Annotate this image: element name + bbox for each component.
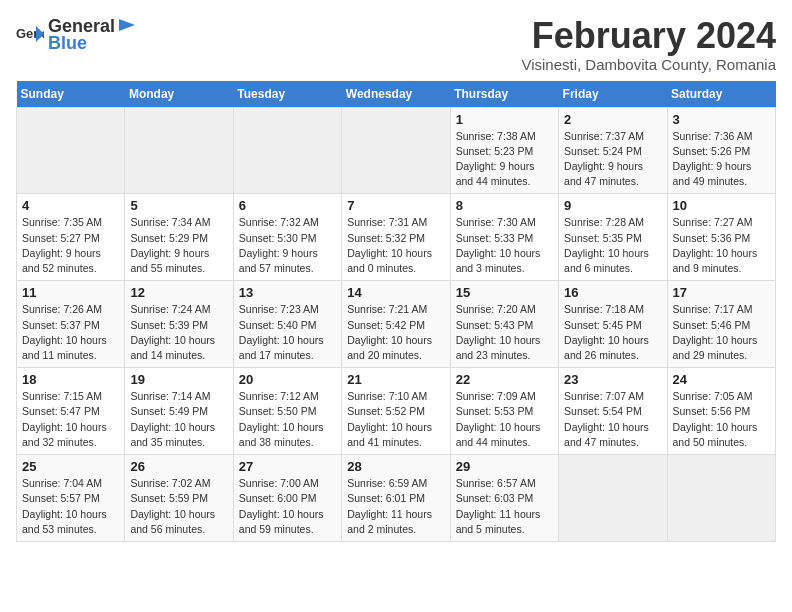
calendar-header-row: SundayMondayTuesdayWednesdayThursdayFrid…: [17, 81, 776, 108]
day-number: 28: [347, 459, 444, 474]
calendar-cell: 2Sunrise: 7:37 AM Sunset: 5:24 PM Daylig…: [559, 107, 667, 194]
calendar-cell: 15Sunrise: 7:20 AM Sunset: 5:43 PM Dayli…: [450, 281, 558, 368]
day-of-week-wednesday: Wednesday: [342, 81, 450, 108]
calendar-cell: 10Sunrise: 7:27 AM Sunset: 5:36 PM Dayli…: [667, 194, 775, 281]
location-title: Visinesti, Dambovita County, Romania: [521, 56, 776, 73]
day-info: Sunrise: 7:28 AM Sunset: 5:35 PM Dayligh…: [564, 215, 661, 276]
day-info: Sunrise: 7:15 AM Sunset: 5:47 PM Dayligh…: [22, 389, 119, 450]
day-number: 23: [564, 372, 661, 387]
day-info: Sunrise: 7:10 AM Sunset: 5:52 PM Dayligh…: [347, 389, 444, 450]
calendar-cell: 19Sunrise: 7:14 AM Sunset: 5:49 PM Dayli…: [125, 368, 233, 455]
calendar-cell: 17Sunrise: 7:17 AM Sunset: 5:46 PM Dayli…: [667, 281, 775, 368]
day-info: Sunrise: 7:02 AM Sunset: 5:59 PM Dayligh…: [130, 476, 227, 537]
day-info: Sunrise: 7:32 AM Sunset: 5:30 PM Dayligh…: [239, 215, 336, 276]
calendar-cell: [667, 455, 775, 542]
calendar-week-row: 11Sunrise: 7:26 AM Sunset: 5:37 PM Dayli…: [17, 281, 776, 368]
day-info: Sunrise: 7:21 AM Sunset: 5:42 PM Dayligh…: [347, 302, 444, 363]
header: General General Blue February 2024 Visin…: [16, 16, 776, 73]
day-number: 5: [130, 198, 227, 213]
day-number: 2: [564, 112, 661, 127]
day-number: 15: [456, 285, 553, 300]
calendar-week-row: 4Sunrise: 7:35 AM Sunset: 5:27 PM Daylig…: [17, 194, 776, 281]
day-info: Sunrise: 7:20 AM Sunset: 5:43 PM Dayligh…: [456, 302, 553, 363]
day-of-week-thursday: Thursday: [450, 81, 558, 108]
day-number: 27: [239, 459, 336, 474]
day-info: Sunrise: 7:34 AM Sunset: 5:29 PM Dayligh…: [130, 215, 227, 276]
calendar-cell: 3Sunrise: 7:36 AM Sunset: 5:26 PM Daylig…: [667, 107, 775, 194]
calendar-cell: 23Sunrise: 7:07 AM Sunset: 5:54 PM Dayli…: [559, 368, 667, 455]
svg-marker-2: [119, 19, 135, 31]
day-info: Sunrise: 7:31 AM Sunset: 5:32 PM Dayligh…: [347, 215, 444, 276]
day-info: Sunrise: 7:18 AM Sunset: 5:45 PM Dayligh…: [564, 302, 661, 363]
day-info: Sunrise: 7:07 AM Sunset: 5:54 PM Dayligh…: [564, 389, 661, 450]
day-of-week-monday: Monday: [125, 81, 233, 108]
calendar-cell: 4Sunrise: 7:35 AM Sunset: 5:27 PM Daylig…: [17, 194, 125, 281]
calendar-cell: 11Sunrise: 7:26 AM Sunset: 5:37 PM Dayli…: [17, 281, 125, 368]
day-number: 1: [456, 112, 553, 127]
calendar-cell: [125, 107, 233, 194]
day-info: Sunrise: 7:09 AM Sunset: 5:53 PM Dayligh…: [456, 389, 553, 450]
day-of-week-sunday: Sunday: [17, 81, 125, 108]
calendar-week-row: 1Sunrise: 7:38 AM Sunset: 5:23 PM Daylig…: [17, 107, 776, 194]
calendar-cell: 12Sunrise: 7:24 AM Sunset: 5:39 PM Dayli…: [125, 281, 233, 368]
day-number: 18: [22, 372, 119, 387]
day-number: 16: [564, 285, 661, 300]
day-number: 7: [347, 198, 444, 213]
calendar-cell: 9Sunrise: 7:28 AM Sunset: 5:35 PM Daylig…: [559, 194, 667, 281]
day-number: 4: [22, 198, 119, 213]
day-number: 11: [22, 285, 119, 300]
day-number: 10: [673, 198, 770, 213]
day-number: 6: [239, 198, 336, 213]
day-number: 20: [239, 372, 336, 387]
day-number: 17: [673, 285, 770, 300]
calendar-cell: 6Sunrise: 7:32 AM Sunset: 5:30 PM Daylig…: [233, 194, 341, 281]
day-number: 22: [456, 372, 553, 387]
calendar-cell: 5Sunrise: 7:34 AM Sunset: 5:29 PM Daylig…: [125, 194, 233, 281]
day-of-week-saturday: Saturday: [667, 81, 775, 108]
calendar-cell: 21Sunrise: 7:10 AM Sunset: 5:52 PM Dayli…: [342, 368, 450, 455]
day-number: 19: [130, 372, 227, 387]
day-info: Sunrise: 7:05 AM Sunset: 5:56 PM Dayligh…: [673, 389, 770, 450]
day-info: Sunrise: 7:35 AM Sunset: 5:27 PM Dayligh…: [22, 215, 119, 276]
day-info: Sunrise: 7:30 AM Sunset: 5:33 PM Dayligh…: [456, 215, 553, 276]
day-info: Sunrise: 7:17 AM Sunset: 5:46 PM Dayligh…: [673, 302, 770, 363]
calendar-cell: 18Sunrise: 7:15 AM Sunset: 5:47 PM Dayli…: [17, 368, 125, 455]
day-number: 14: [347, 285, 444, 300]
day-number: 25: [22, 459, 119, 474]
day-info: Sunrise: 7:27 AM Sunset: 5:36 PM Dayligh…: [673, 215, 770, 276]
logo-icon: General: [16, 24, 44, 46]
logo-blue-text: Blue: [48, 33, 87, 53]
day-of-week-tuesday: Tuesday: [233, 81, 341, 108]
day-info: Sunrise: 7:23 AM Sunset: 5:40 PM Dayligh…: [239, 302, 336, 363]
day-number: 26: [130, 459, 227, 474]
calendar-table: SundayMondayTuesdayWednesdayThursdayFrid…: [16, 81, 776, 542]
day-info: Sunrise: 7:04 AM Sunset: 5:57 PM Dayligh…: [22, 476, 119, 537]
day-number: 29: [456, 459, 553, 474]
month-title: February 2024: [521, 16, 776, 56]
calendar-cell: 8Sunrise: 7:30 AM Sunset: 5:33 PM Daylig…: [450, 194, 558, 281]
day-number: 9: [564, 198, 661, 213]
day-of-week-friday: Friday: [559, 81, 667, 108]
calendar-cell: [233, 107, 341, 194]
calendar-cell: 25Sunrise: 7:04 AM Sunset: 5:57 PM Dayli…: [17, 455, 125, 542]
day-number: 3: [673, 112, 770, 127]
calendar-cell: 29Sunrise: 6:57 AM Sunset: 6:03 PM Dayli…: [450, 455, 558, 542]
calendar-cell: 20Sunrise: 7:12 AM Sunset: 5:50 PM Dayli…: [233, 368, 341, 455]
logo-arrow-icon: [115, 18, 135, 32]
day-info: Sunrise: 7:14 AM Sunset: 5:49 PM Dayligh…: [130, 389, 227, 450]
calendar-cell: 1Sunrise: 7:38 AM Sunset: 5:23 PM Daylig…: [450, 107, 558, 194]
calendar-cell: 24Sunrise: 7:05 AM Sunset: 5:56 PM Dayli…: [667, 368, 775, 455]
day-info: Sunrise: 7:38 AM Sunset: 5:23 PM Dayligh…: [456, 129, 553, 190]
calendar-cell: [17, 107, 125, 194]
calendar-cell: [342, 107, 450, 194]
calendar-cell: 26Sunrise: 7:02 AM Sunset: 5:59 PM Dayli…: [125, 455, 233, 542]
day-info: Sunrise: 6:57 AM Sunset: 6:03 PM Dayligh…: [456, 476, 553, 537]
day-info: Sunrise: 7:00 AM Sunset: 6:00 PM Dayligh…: [239, 476, 336, 537]
day-info: Sunrise: 7:37 AM Sunset: 5:24 PM Dayligh…: [564, 129, 661, 190]
calendar-cell: [559, 455, 667, 542]
calendar-cell: 14Sunrise: 7:21 AM Sunset: 5:42 PM Dayli…: [342, 281, 450, 368]
day-info: Sunrise: 7:26 AM Sunset: 5:37 PM Dayligh…: [22, 302, 119, 363]
calendar-cell: 16Sunrise: 7:18 AM Sunset: 5:45 PM Dayli…: [559, 281, 667, 368]
calendar-cell: 7Sunrise: 7:31 AM Sunset: 5:32 PM Daylig…: [342, 194, 450, 281]
calendar-cell: 22Sunrise: 7:09 AM Sunset: 5:53 PM Dayli…: [450, 368, 558, 455]
